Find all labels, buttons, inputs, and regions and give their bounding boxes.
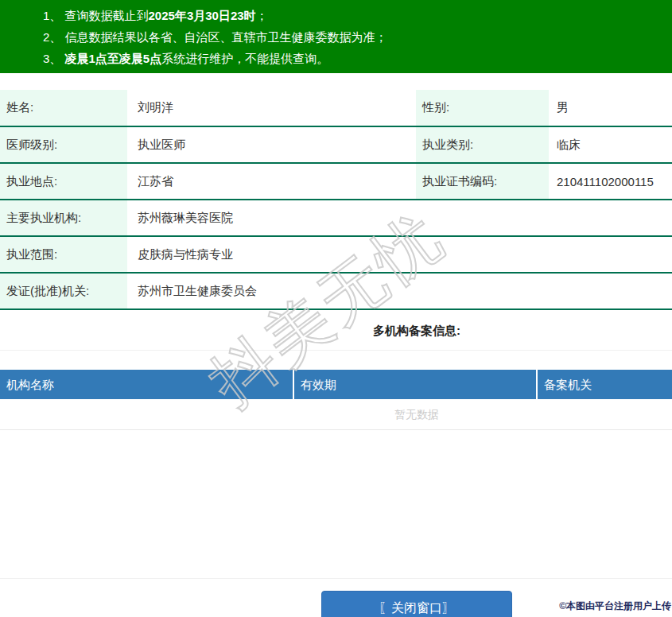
table-row: 姓名: 刘明洋 性别: 男 — [0, 90, 672, 126]
close-window-button[interactable]: 〖关闭窗口〗 — [321, 591, 512, 617]
practitioner-info-table: 姓名: 刘明洋 性别: 男 医师级别: 执业医师 执业类别: 临床 执业地点: … — [0, 90, 672, 310]
notice-1-text: 1、 查询数据截止到 — [43, 9, 149, 22]
notice-3-suffix: 系统进行维护，不能提供查询。 — [161, 52, 328, 65]
name-label: 姓名: — [0, 90, 127, 126]
notice-line-2: 2、 信息数据结果以各省、自治区、直辖市卫生健康委数据为准； — [43, 26, 672, 48]
table-row: 执业地点: 江苏省 执业证书编码: 210411102000115 — [0, 163, 672, 200]
empty-data-message: 暂无数据 — [0, 399, 672, 430]
level-value: 执业医师 — [127, 126, 416, 163]
main-org-value: 苏州薇琳美容医院 — [127, 200, 672, 236]
table-row: 主要执业机构: 苏州薇琳美容医院 — [0, 200, 672, 236]
scope-label: 执业范围: — [0, 236, 127, 273]
certificate-number-label: 执业证书编码: — [416, 163, 549, 200]
registry-table-header: 机构名称 有效期 备案机关 — [0, 370, 672, 399]
main-org-label: 主要执业机构: — [0, 200, 127, 236]
divider — [0, 578, 672, 579]
notice-line-3: 3、 凌晨1点至凌晨5点系统进行维护，不能提供查询。 — [43, 48, 672, 69]
location-value: 江苏省 — [127, 163, 416, 200]
notice-banner: 1、 查询数据截止到2025年3月30日23时； 2、 信息数据结果以各省、自治… — [0, 0, 672, 73]
gender-value: 男 — [549, 90, 672, 126]
query-result-window: 1、 查询数据截止到2025年3月30日23时； 2、 信息数据结果以各省、自治… — [0, 0, 672, 617]
notice-2-text: 2、 信息数据结果以各省、自治区、直辖市卫生健康委数据为准； — [43, 30, 387, 44]
column-header-validity: 有效期 — [294, 370, 538, 399]
location-label: 执业地点: — [0, 163, 127, 200]
notice-line-1: 1、 查询数据截止到2025年3月30日23时； — [43, 5, 672, 26]
table-row: 医师级别: 执业医师 执业类别: 临床 — [0, 126, 672, 163]
notice-3-bold: 凌晨1点至凌晨5点 — [65, 52, 162, 65]
gender-label: 性别: — [416, 90, 549, 126]
notice-1-bold: 2025年3月30日23时 — [149, 9, 256, 22]
button-row: 〖关闭窗口〗 — [0, 591, 672, 617]
certificate-number-value: 210411102000115 — [549, 163, 672, 200]
name-value: 刘明洋 — [127, 90, 416, 126]
column-header-org-name: 机构名称 — [0, 370, 294, 399]
issuer-value: 苏州市卫生健康委员会 — [127, 273, 672, 309]
table-row: 发证(批准)机关: 苏州市卫生健康委员会 — [0, 273, 672, 309]
column-header-filing-authority: 备案机关 — [538, 370, 672, 399]
notice-3-text: 3、 — [43, 52, 65, 65]
spacer — [0, 430, 672, 578]
scope-value: 皮肤病与性病专业 — [127, 236, 672, 273]
multi-org-section-title: 多机构备案信息: — [0, 320, 672, 341]
issuer-label: 发证(批准)机关: — [0, 273, 127, 309]
notice-1-suffix: ； — [256, 9, 268, 22]
category-value: 临床 — [549, 126, 672, 163]
category-label: 执业类别: — [416, 126, 549, 163]
page: 1、 查询数据截止到2025年3月30日23时； 2、 信息数据结果以各省、自治… — [0, 0, 672, 617]
table-row: 执业范围: 皮肤病与性病专业 — [0, 236, 672, 273]
divider — [0, 350, 672, 351]
level-label: 医师级别: — [0, 126, 127, 163]
